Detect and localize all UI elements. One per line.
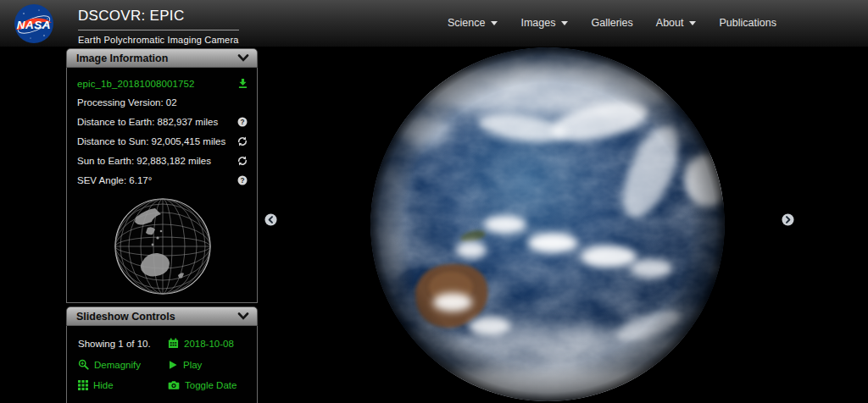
main-nav: Science Images Galleries About Publicati… — [448, 17, 776, 29]
download-icon[interactable] — [237, 78, 248, 89]
info-row-distance-sun: Distance to Sun: 92,005,415 miles — [77, 135, 248, 147]
page-title: DSCOVR: EPIC — [78, 8, 239, 30]
chevron-down-icon — [689, 21, 696, 25]
nav-item-publications[interactable]: Publications — [719, 17, 776, 29]
date-picker-button[interactable]: 2018-10-08 — [168, 338, 248, 349]
refresh-icon[interactable] — [237, 156, 248, 167]
nav-label: Galleries — [591, 17, 632, 29]
chevron-down-icon — [491, 21, 498, 25]
image-filename: epic_1b_20181008001752 — [77, 79, 194, 89]
nav-label: Publications — [719, 17, 776, 29]
info-row-sev-angle: SEV Angle: 6.17° ? — [77, 174, 248, 186]
next-image-button[interactable] — [782, 213, 794, 226]
info-label: Distance to Sun: 92,005,415 miles — [77, 135, 225, 147]
site-header: NASA DSCOVR: EPIC Earth Polychromatic Im… — [0, 0, 868, 47]
svg-text:NASA: NASA — [17, 19, 51, 31]
nasa-logo[interactable]: NASA — [14, 3, 54, 44]
info-label: Distance to Earth: 882,937 miles — [77, 116, 218, 128]
calendar-icon — [168, 338, 179, 349]
hide-button[interactable]: Hide — [78, 380, 168, 390]
slideshow-controls-body: Showing 1 of 10. 2018-10-08 — [66, 326, 258, 403]
info-row-sun-to-earth: Sun to Earth: 92,883,182 miles — [77, 155, 248, 167]
question-mark-circle-icon[interactable]: ? — [237, 117, 248, 128]
hide-label: Hide — [93, 380, 114, 390]
refresh-icon[interactable] — [237, 136, 248, 147]
slideshow-row-2: Demagnify Play — [78, 359, 248, 370]
nav-item-science[interactable]: Science — [448, 17, 498, 29]
chevron-left-circle-icon — [264, 213, 277, 226]
nav-item-images[interactable]: Images — [520, 17, 568, 29]
image-information-header[interactable]: Image Information — [66, 48, 258, 68]
svg-text:?: ? — [240, 118, 244, 125]
slideshow-controls-panel: Slideshow Controls Showing 1 of 10. — [66, 306, 258, 403]
dscovr-epic-page: NASA DSCOVR: EPIC Earth Polychromatic Im… — [0, 0, 868, 403]
panel-title: Slideshow Controls — [76, 311, 175, 323]
nav-label: About — [656, 17, 684, 29]
panel-title: Image Information — [76, 52, 168, 64]
showing-count-label: Showing 1 of 10. — [78, 339, 168, 349]
grid-icon — [78, 380, 88, 390]
site-title-block: DSCOVR: EPIC Earth Polychromatic Imaging… — [78, 8, 239, 45]
nav-item-galleries[interactable]: Galleries — [591, 17, 632, 29]
chevron-down-icon — [561, 21, 568, 25]
nasa-meatball-icon: NASA — [14, 3, 54, 44]
magnifier-plus-icon — [78, 359, 89, 370]
previous-image-button[interactable] — [264, 213, 277, 226]
image-information-body: epic_1b_20181008001752 Processing Versio… — [66, 68, 258, 303]
slideshow-row-1: Showing 1 of 10. 2018-10-08 — [78, 338, 248, 349]
info-label: Sun to Earth: 92,883,182 miles — [77, 155, 211, 167]
nav-item-about[interactable]: About — [656, 17, 697, 29]
question-mark-circle-icon[interactable]: ? — [237, 175, 248, 186]
slideshow-row-3: Hide Toggle Date — [78, 380, 248, 390]
wireframe-globe-thumbnail — [110, 194, 215, 299]
epic-earth-image[interactable] — [370, 47, 726, 402]
demagnify-label: Demagnify — [94, 360, 141, 370]
chevron-right-circle-icon — [782, 213, 794, 226]
camera-icon — [168, 380, 180, 390]
play-button[interactable]: Play — [168, 360, 248, 370]
play-triangle-icon — [168, 360, 178, 370]
slideshow-controls-header[interactable]: Slideshow Controls — [66, 306, 258, 326]
image-information-panel: Image Information epic_1b_20181008001752… — [66, 48, 258, 303]
nav-label: Images — [520, 17, 555, 29]
info-label: SEV Angle: 6.17° — [77, 174, 152, 186]
filename-row: epic_1b_20181008001752 — [77, 78, 248, 89]
page-subtitle: Earth Polychromatic Imaging Camera — [78, 35, 239, 45]
current-date: 2018-10-08 — [184, 339, 234, 349]
play-label: Play — [183, 360, 202, 370]
svg-text:?: ? — [240, 176, 244, 184]
chevron-down-icon[interactable] — [237, 312, 249, 320]
demagnify-button[interactable]: Demagnify — [78, 359, 168, 370]
chevron-down-icon[interactable] — [237, 54, 249, 62]
info-row-processing-version: Processing Version: 02 — [77, 97, 248, 108]
info-label: Processing Version: 02 — [77, 97, 177, 108]
info-row-distance-earth: Distance to Earth: 882,937 miles ? — [77, 116, 248, 128]
nav-label: Science — [448, 17, 485, 29]
toggle-date-label: Toggle Date — [185, 380, 236, 390]
toggle-date-button[interactable]: Toggle Date — [168, 380, 248, 390]
